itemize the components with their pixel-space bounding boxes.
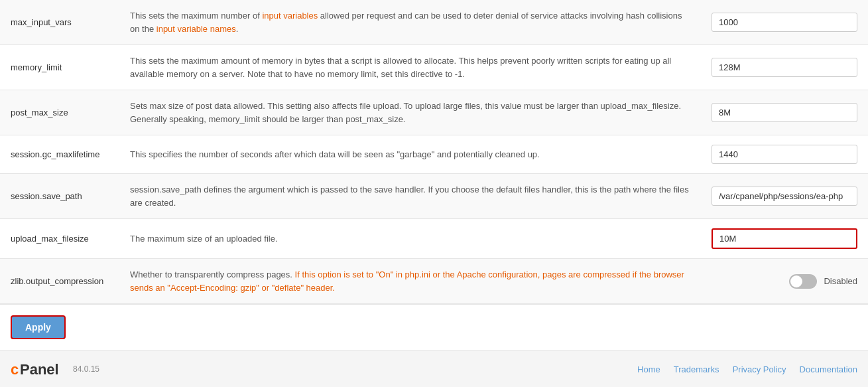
setting-input[interactable] — [712, 13, 857, 32]
setting-description: This specifies the number of seconds aft… — [119, 135, 701, 174]
settings-row: post_max_sizeSets max size of post data … — [0, 90, 868, 135]
setting-value-cell — [701, 219, 868, 259]
settings-row: session.gc_maxlifetimeThis specifies the… — [0, 135, 868, 174]
setting-value-cell — [701, 45, 868, 90]
toggle-container: Disabled — [712, 274, 857, 289]
footer: c Panel 84.0.15 HomeTrademarksPrivacy Po… — [0, 350, 868, 387]
settings-row: memory_limitThis sets the maximum amount… — [0, 45, 868, 90]
setting-input[interactable] — [712, 58, 857, 77]
apply-button[interactable]: Apply — [11, 315, 66, 339]
setting-description: This sets the maximum number of input va… — [119, 0, 701, 45]
settings-row: zlib.output_compressionWhether to transp… — [0, 259, 868, 304]
toggle-switch[interactable] — [789, 274, 817, 289]
toggle-label: Disabled — [824, 276, 857, 286]
setting-value-cell: Disabled — [701, 259, 868, 304]
setting-description: Sets max size of post data allowed. This… — [119, 90, 701, 135]
setting-value-cell — [701, 90, 868, 135]
setting-name: zlib.output_compression — [0, 259, 119, 304]
setting-name: memory_limit — [0, 45, 119, 90]
setting-input[interactable] — [712, 187, 857, 206]
settings-row: max_input_varsThis sets the maximum numb… — [0, 0, 868, 45]
footer-link[interactable]: Trademarks — [674, 364, 719, 374]
setting-name: session.gc_maxlifetime — [0, 135, 119, 174]
svg-text:Panel: Panel — [20, 361, 59, 378]
setting-input[interactable] — [712, 145, 857, 164]
setting-description: This sets the maximum amount of memory i… — [119, 45, 701, 90]
footer-link[interactable]: Home — [637, 364, 660, 374]
settings-table: max_input_varsThis sets the maximum numb… — [0, 0, 868, 304]
setting-value-cell — [701, 0, 868, 45]
svg-text:c: c — [11, 361, 19, 378]
setting-name: upload_max_filesize — [0, 219, 119, 259]
setting-description: The maximum size of an uploaded file. — [119, 219, 701, 259]
footer-version: 84.0.15 — [73, 364, 99, 374]
setting-name: max_input_vars — [0, 0, 119, 45]
setting-description: Whether to transparently compress pages.… — [119, 259, 701, 304]
setting-value-cell — [701, 174, 868, 219]
settings-row: session.save_pathsession.save_path defin… — [0, 174, 868, 219]
footer-links: HomeTrademarksPrivacy PolicyDocumentatio… — [637, 364, 857, 374]
setting-name: post_max_size — [0, 90, 119, 135]
footer-link[interactable]: Privacy Policy — [733, 364, 786, 374]
footer-brand: c Panel 84.0.15 — [11, 360, 99, 378]
footer-link[interactable]: Documentation — [800, 364, 857, 374]
setting-value-cell — [701, 135, 868, 174]
setting-description: session.save_path defines the argument w… — [119, 174, 701, 219]
setting-name: session.save_path — [0, 174, 119, 219]
cpanel-logo: c Panel — [11, 360, 64, 378]
setting-input[interactable] — [712, 228, 857, 249]
settings-row: upload_max_filesizeThe maximum size of a… — [0, 219, 868, 259]
setting-input[interactable] — [712, 103, 857, 122]
apply-section: Apply — [0, 304, 868, 350]
